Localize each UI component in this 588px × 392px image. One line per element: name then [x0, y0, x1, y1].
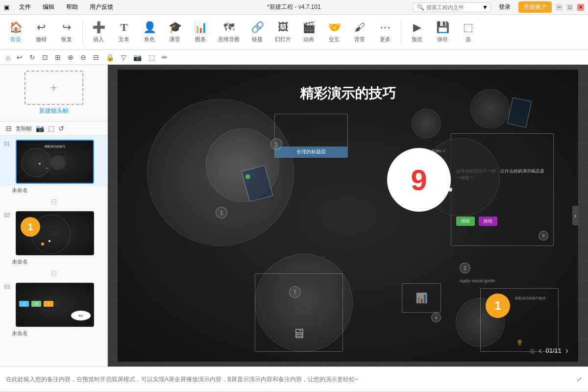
tool-insert[interactable]: ➕ 插入: [87, 19, 110, 45]
tool-animation[interactable]: 🎬 动画: [297, 19, 320, 45]
new-frame-box: +: [24, 71, 83, 105]
save-label: 保存: [437, 36, 448, 43]
slide-main-title: 精彩演示的技巧: [118, 84, 578, 103]
nav-home-icon[interactable]: ⌂: [530, 346, 535, 355]
notes-input[interactable]: [6, 376, 576, 383]
sec-redo[interactable]: ↻: [27, 52, 37, 62]
tool-save[interactable]: 💾 保存: [431, 19, 454, 45]
sec-camera[interactable]: 📷: [131, 52, 144, 62]
search-input[interactable]: [426, 4, 480, 10]
chart-label: 图表: [195, 36, 206, 43]
tool-interact[interactable]: 🤝 交互: [322, 19, 346, 45]
num-1-left: 1: [216, 207, 227, 219]
select-btn[interactable]: ⬚: [48, 124, 54, 132]
slide-item-1[interactable]: 01 精彩演示的技巧: [0, 136, 107, 186]
frame-box-chart[interactable]: 📊: [402, 283, 441, 313]
tool-undo[interactable]: ↩ 撤销: [29, 19, 53, 45]
sec-frame[interactable]: ⊞: [53, 52, 63, 62]
text-icon: T: [121, 21, 128, 34]
nav-next-btn[interactable]: ›: [565, 345, 568, 356]
big-number-9: 9: [411, 163, 427, 197]
camera-btn[interactable]: 📷: [36, 124, 44, 132]
insert-label: 插入: [93, 36, 104, 43]
tool-chart[interactable]: 📊 图表: [189, 19, 212, 45]
slide-canvas[interactable]: 精彩演示的技巧 合理的标题层 5 11 1: [118, 70, 578, 362]
sidebar-actions: ⊟ 复制帧 📷 ⬚ ↺: [0, 122, 107, 136]
slide-item-3[interactable]: 03 步 骤 3 确定 → →: [0, 279, 107, 329]
sec-minus[interactable]: ▽: [119, 52, 128, 62]
panel-toggle-right[interactable]: ›: [572, 206, 578, 225]
tool-bg[interactable]: 🖌 背景: [348, 19, 371, 45]
guide-text: Apply visual guide: [459, 278, 495, 283]
sec-edit[interactable]: ✏: [160, 52, 170, 62]
class-icon: 🎓: [169, 21, 182, 34]
sec-fit[interactable]: ⊡: [40, 52, 50, 62]
slide-name-1: 未命名: [0, 186, 107, 196]
text-label: 文本: [119, 36, 129, 43]
slides-label: 幻灯片: [275, 36, 291, 43]
undo-label: 撤销: [36, 36, 47, 43]
menu-feedback[interactable]: 用户反馈: [88, 2, 115, 12]
main-toolbar: 🏠 首页 ↩ 撤销 ↪ 恢复 ➕ 插入 T 文本 👤 角色 🎓 课堂 📊 图表 …: [0, 15, 588, 50]
search-box[interactable]: 🔍 ▼: [413, 2, 491, 12]
slides-icon: 🖼: [278, 21, 289, 34]
maximize-button[interactable]: □: [566, 4, 573, 11]
notes-expand-icon[interactable]: ⤢: [576, 375, 582, 383]
minimize-button[interactable]: ─: [556, 4, 563, 11]
sec-home[interactable]: ⌂: [4, 52, 12, 62]
tool-more[interactable]: ⋯ 更多: [373, 19, 397, 45]
separator-2: ⊟: [0, 268, 107, 279]
menu-help[interactable]: 帮助: [64, 2, 80, 12]
canvas-area[interactable]: 精彩演示的技巧 合理的标题层 5 11 1: [108, 65, 588, 367]
tool-select[interactable]: ⬚ 选: [456, 19, 480, 45]
sidebar: + 新建镜头帧 ⊟ 复制帧 📷 ⬚ ↺ 01 精彩演示的技巧: [0, 65, 108, 367]
tool-preview[interactable]: ▶ 预览: [405, 19, 429, 45]
tool-link[interactable]: 🔗 链接: [245, 19, 269, 45]
mindmap-label: 思维导图: [218, 36, 240, 43]
tool-slides[interactable]: 🖼 幻灯片: [271, 19, 295, 45]
save-icon: 💾: [436, 21, 449, 34]
num-9-badge: 9: [539, 231, 548, 241]
login-button[interactable]: 登录: [495, 2, 514, 12]
menu-edit[interactable]: 编辑: [41, 2, 56, 12]
sec-undo[interactable]: ↩: [15, 52, 24, 62]
slide-item-2[interactable]: 02 1: [0, 207, 107, 257]
frame-box-orange[interactable]: 1 精彩演示的技巧相关 💡: [480, 288, 559, 352]
num-4: 4: [431, 313, 441, 322]
frame-box-1[interactable]: 合理的标题层: [274, 114, 348, 158]
rotate-btn[interactable]: ↺: [58, 124, 64, 132]
menu-file[interactable]: 文件: [17, 2, 33, 12]
sec-lock[interactable]: 🔒: [104, 52, 116, 62]
tool-class[interactable]: 🎓 课堂: [163, 19, 187, 45]
tool-home[interactable]: 🏠 首页: [4, 19, 27, 45]
nav-prev-btn[interactable]: ‹: [539, 345, 541, 356]
slide-name-3: 未命名: [0, 329, 107, 339]
num-5: 5: [270, 138, 282, 150]
tool-redo[interactable]: ↪ 恢复: [55, 19, 78, 45]
sec-box[interactable]: ⬚: [147, 52, 157, 62]
tool-text[interactable]: T 文本: [112, 19, 136, 45]
secondary-toolbar: ⌂ ↩ ↻ ⊡ ⊞ ⊕ ⊖ ⊟ 🔒 ▽ 📷 ⬚ ✏: [0, 50, 588, 65]
nav-page-info: 01/11: [545, 347, 562, 354]
copy-frame-btn[interactable]: ⊟: [6, 124, 12, 132]
close-button[interactable]: ✕: [577, 4, 584, 11]
frame-box-bottom[interactable]: 🖥: [255, 273, 343, 352]
sec-grid[interactable]: ⊟: [91, 52, 101, 62]
home-icon: 🏠: [9, 21, 23, 34]
new-frame-button[interactable]: + 新建镜头帧: [0, 65, 107, 122]
search-dropdown-icon[interactable]: ▼: [482, 4, 488, 11]
sec-zoom-out[interactable]: ⊖: [78, 52, 88, 62]
slide-thumb-3: 步 骤 3 确定 → →: [16, 283, 94, 327]
tool-role[interactable]: 👤 角色: [138, 19, 161, 45]
upgrade-button[interactable]: 升级账户: [518, 1, 552, 13]
search-icon: 🔍: [417, 4, 424, 11]
role-label: 角色: [144, 36, 155, 43]
animation-label: 动画: [303, 36, 314, 43]
preview-label: 预览: [412, 36, 422, 43]
sec-zoom-in[interactable]: ⊕: [66, 52, 75, 62]
copy-frame-label: 复制帧: [16, 125, 32, 132]
notes-area: ⤢: [0, 367, 588, 391]
main-content: + 新建镜头帧 ⊟ 复制帧 📷 ⬚ ↺ 01 精彩演示的技巧: [0, 65, 588, 367]
platform-icon: ▣: [4, 4, 9, 11]
tool-mindmap[interactable]: 🗺 思维导图: [214, 19, 244, 45]
